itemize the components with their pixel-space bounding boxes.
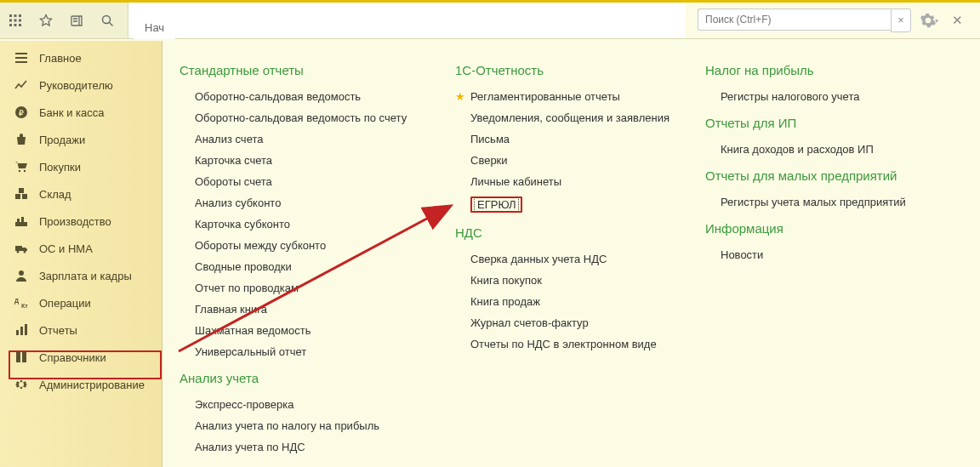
svg-point-14 <box>24 170 26 172</box>
sidebar-item-label: Продажи <box>39 134 85 146</box>
sidebar-item-label: Справочники <box>39 351 106 364</box>
sidebar-item-bank[interactable]: ₽ Банк и касса <box>0 99 162 126</box>
sidebar-item-manager[interactable]: Руководителю <box>0 71 162 99</box>
section-small-business[interactable]: Отчеты для малых предприятий <box>705 168 926 183</box>
top-toolbar-left <box>0 3 128 38</box>
report-link[interactable]: Письма <box>470 128 685 150</box>
section-profit-tax[interactable]: Налог на прибыль <box>705 63 926 77</box>
report-link[interactable]: Уведомления, сообщения и заявления <box>470 107 685 128</box>
svg-rect-7 <box>14 24 17 26</box>
svg-rect-6 <box>9 24 12 26</box>
panel-search: × <box>698 9 911 32</box>
svg-rect-0 <box>9 14 12 17</box>
history-icon[interactable] <box>61 3 92 38</box>
report-link[interactable]: Книга продаж <box>470 291 685 312</box>
report-link[interactable]: Анализ счета <box>195 128 435 150</box>
section-ip-reports[interactable]: Отчеты для ИП <box>705 116 926 130</box>
section-1c-reporting[interactable]: 1С-Отчетность <box>455 63 685 77</box>
sidebar-item-assets[interactable]: ОС и НМА <box>0 235 162 262</box>
sidebar-item-label: Производство <box>39 215 111 228</box>
svg-rect-29 <box>25 324 27 335</box>
report-link[interactable]: Личные кабинеты <box>470 171 685 192</box>
svg-rect-4 <box>14 20 17 22</box>
sidebar-item-label: Операции <box>39 297 91 310</box>
settings-gear-icon[interactable]: ▾ <box>920 12 938 29</box>
report-link[interactable]: Отчет по проводкам <box>195 277 435 299</box>
report-link-egrul[interactable]: ЕГРЮЛ <box>470 192 685 217</box>
factory-icon <box>14 214 29 228</box>
app-window: Нач × ▾ ✕ Главное Руководителю <box>0 0 980 467</box>
report-link[interactable]: Журнал счетов-фактур <box>470 312 685 333</box>
ruble-icon: ₽ <box>14 105 29 119</box>
svg-text:Д: Д <box>14 298 19 305</box>
operations-icon: ДКт <box>14 296 29 310</box>
svg-rect-2 <box>19 14 21 17</box>
svg-rect-19 <box>17 219 20 222</box>
sidebar-item-label: Склад <box>39 188 71 201</box>
report-link-regulated[interactable]: ★Регламентированные отчеты <box>470 86 685 107</box>
sidebar-item-production[interactable]: Производство <box>0 208 162 235</box>
report-link[interactable]: Анализ учета по налогу на прибыль <box>195 415 435 436</box>
panel-controls: × ▾ ✕ <box>686 3 980 38</box>
report-link[interactable]: Главная книга <box>195 299 435 320</box>
sidebar-item-purchases[interactable]: Покупки <box>0 153 162 180</box>
report-link[interactable]: Экспресс-проверка <box>195 394 435 415</box>
section-info[interactable]: Информация <box>705 221 926 236</box>
report-link[interactable]: Сверки <box>470 150 685 171</box>
report-link[interactable]: Карточка субконто <box>195 214 435 235</box>
reports-column-2: 1С-Отчетность ★Регламентированные отчеты… <box>455 54 685 464</box>
report-link[interactable]: Обороты между субконто <box>195 235 435 256</box>
svg-rect-16 <box>22 194 27 199</box>
gear-icon <box>14 378 29 391</box>
svg-rect-27 <box>16 330 19 335</box>
sidebar-item-warehouse[interactable]: Склад <box>0 180 162 208</box>
report-link[interactable]: Регистры учета малых предприятий <box>721 191 926 213</box>
tab-strip: Нач <box>128 3 686 38</box>
svg-rect-28 <box>20 327 23 335</box>
sidebar-item-label: ОС и НМА <box>39 242 93 255</box>
report-link[interactable]: Анализ субконто <box>195 192 435 214</box>
menu-icon <box>14 51 29 65</box>
report-link[interactable]: Регистры налогового учета <box>721 86 926 107</box>
report-link[interactable]: Шахматная ведомость <box>195 320 435 341</box>
sidebar-item-operations[interactable]: ДКт Операции <box>0 289 162 316</box>
report-link[interactable]: Книга доходов и расходов ИП <box>721 139 926 160</box>
boxes-icon <box>14 187 29 201</box>
tab-start[interactable]: Нач <box>134 15 175 39</box>
close-panel-button[interactable]: ✕ <box>947 13 968 28</box>
sidebar-item-label: Покупки <box>39 161 81 174</box>
report-link[interactable]: Анализ учета по НДС <box>195 436 435 458</box>
report-link[interactable]: Оборотно-сальдовая ведомость по счету <box>195 107 435 128</box>
report-link[interactable]: Сводные проводки <box>195 256 435 277</box>
svg-rect-21 <box>15 246 22 251</box>
report-link[interactable]: Книга покупок <box>470 270 685 291</box>
svg-point-10 <box>103 16 111 24</box>
report-link[interactable]: Отчеты по НДС в электронном виде <box>470 333 685 355</box>
sidebar-item-main[interactable]: Главное <box>0 44 162 71</box>
svg-rect-18 <box>15 222 27 226</box>
svg-rect-20 <box>21 217 24 222</box>
sidebar-item-salary[interactable]: Зарплата и кадры <box>0 262 162 289</box>
report-link[interactable]: Новости <box>721 244 926 265</box>
section-standard-reports[interactable]: Стандартные отчеты <box>179 63 435 77</box>
section-vat[interactable]: НДС <box>455 225 685 240</box>
report-link[interactable]: Обороты счета <box>195 171 435 192</box>
sidebar-item-label: Банк и касса <box>39 106 105 119</box>
apps-icon[interactable] <box>0 3 31 38</box>
report-link[interactable]: Универсальный отчет <box>195 341 435 362</box>
svg-point-24 <box>19 271 24 276</box>
report-link[interactable]: Сверка данных учета НДС <box>470 248 685 270</box>
search-input[interactable] <box>698 9 891 31</box>
sidebar-item-reports[interactable]: Отчеты <box>0 316 162 344</box>
report-link[interactable]: Карточка счета <box>195 150 435 171</box>
search-icon[interactable] <box>92 3 122 38</box>
truck-icon <box>14 242 29 255</box>
reports-panel: Стандартные отчеты Оборотно-сальдовая ве… <box>162 41 980 467</box>
search-clear-button[interactable]: × <box>891 9 911 32</box>
sidebar-item-sales[interactable]: Продажи <box>0 126 162 153</box>
sidebar-item-admin[interactable]: Администрирование <box>0 371 162 398</box>
sidebar-item-catalog[interactable]: Справочники <box>0 344 162 371</box>
section-analysis[interactable]: Анализ учета <box>179 371 435 385</box>
report-link[interactable]: Оборотно-сальдовая ведомость <box>195 86 435 107</box>
star-icon[interactable] <box>31 3 61 38</box>
